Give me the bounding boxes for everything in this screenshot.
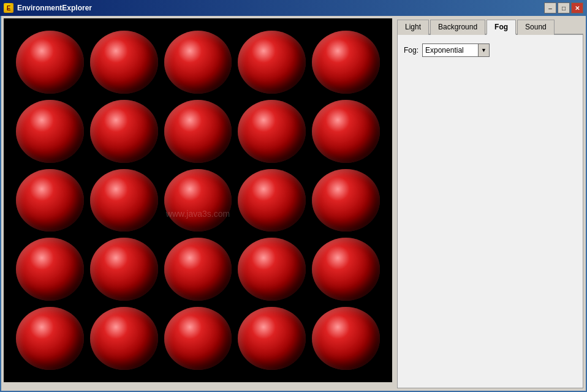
sphere-3-5 [312, 169, 380, 232]
fog-dropdown-icon[interactable]: ▼ [478, 44, 489, 56]
window-controls: – □ ✕ [544, 2, 583, 13]
close-button[interactable]: ✕ [571, 2, 583, 13]
sphere-5-4 [238, 307, 306, 370]
right-panel: Light Background Fog Sound Fog: Exponent… [395, 16, 586, 391]
sphere-1-1 [16, 31, 84, 94]
tab-sound[interactable]: Sound [517, 20, 555, 35]
sphere-1-3 [164, 31, 232, 94]
app-icon: E [4, 3, 13, 13]
sphere-3-3 [164, 169, 232, 232]
sphere-1-4 [238, 31, 306, 94]
sphere-5-5 [312, 307, 380, 370]
sphere-2-1 [16, 100, 84, 163]
canvas-area: www.java3s.com [4, 18, 392, 382]
sphere-2-5 [312, 100, 380, 163]
tab-fog[interactable]: Fog [487, 20, 516, 35]
fog-row: Fog: Exponential None Linear Exponential… [404, 43, 577, 57]
sphere-1-5 [312, 31, 380, 94]
spheres-grid [4, 18, 392, 382]
sphere-4-4 [238, 238, 306, 301]
sphere-5-3 [164, 307, 232, 370]
sphere-4-3 [164, 238, 232, 301]
sphere-5-2 [90, 307, 158, 370]
fog-label: Fog: [404, 46, 418, 55]
sphere-5-1 [16, 307, 84, 370]
tab-background[interactable]: Background [430, 20, 485, 35]
sphere-3-1 [16, 169, 84, 232]
sphere-2-3 [164, 100, 232, 163]
sphere-4-5 [312, 238, 380, 301]
fog-tab-content: Fog: Exponential None Linear Exponential… [397, 35, 583, 388]
tab-bar: Light Background Fog Sound [397, 18, 583, 35]
main-window: www.java3s.com Light Background Fog Soun… [0, 16, 587, 392]
fog-select[interactable]: Exponential None Linear Exponential Squa… [423, 45, 478, 56]
sphere-3-4 [238, 169, 306, 232]
fog-select-wrapper[interactable]: Exponential None Linear Exponential Squa… [422, 43, 490, 57]
sphere-4-2 [90, 238, 158, 301]
tab-light[interactable]: Light [397, 20, 429, 35]
minimize-button[interactable]: – [544, 2, 556, 13]
sphere-2-4 [238, 100, 306, 163]
sphere-1-2 [90, 31, 158, 94]
app-title: EnvironmentExplorer [17, 4, 544, 12]
title-bar: E EnvironmentExplorer – □ ✕ [0, 0, 587, 16]
sphere-3-2 [90, 169, 158, 232]
sphere-4-1 [16, 238, 84, 301]
maximize-button[interactable]: □ [558, 2, 570, 13]
sphere-2-2 [90, 100, 158, 163]
